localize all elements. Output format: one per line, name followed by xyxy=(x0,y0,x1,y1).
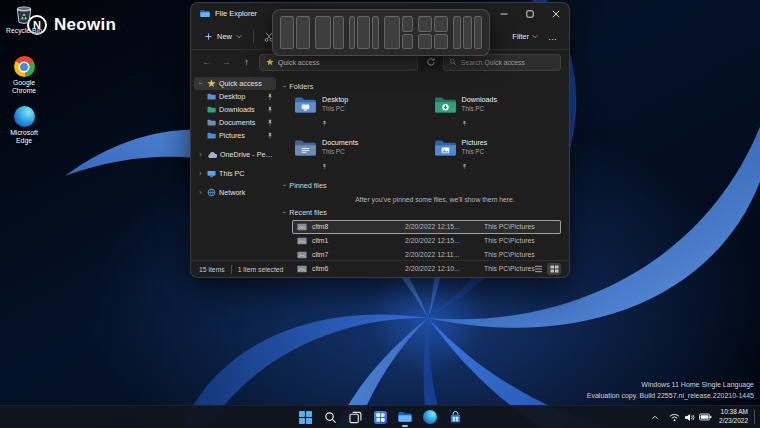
back-button[interactable]: ← xyxy=(199,55,214,70)
pictures-folder-icon xyxy=(207,132,216,139)
snap-zone[interactable] xyxy=(349,16,355,49)
sidebar-item-this-pc[interactable]: › This PC xyxy=(194,167,276,180)
address-breadcrumb[interactable]: Quick access xyxy=(259,54,418,71)
snap-layout-left-plus-stack[interactable] xyxy=(384,16,414,49)
snap-zone[interactable] xyxy=(296,16,310,49)
snap-zone[interactable] xyxy=(384,16,401,49)
edge-icon xyxy=(423,410,437,424)
snap-zone[interactable] xyxy=(463,16,472,49)
widgets-button[interactable] xyxy=(370,407,390,427)
maximize-button[interactable] xyxy=(517,3,543,24)
pin-icon xyxy=(322,163,327,170)
folder-tile-downloads[interactable]: Downloads This PC xyxy=(432,94,562,133)
snap-layout-three-equal[interactable] xyxy=(453,16,483,49)
chevron-down-icon xyxy=(236,34,242,39)
filter-button[interactable]: Filter xyxy=(512,32,538,41)
pictures-folder-icon xyxy=(434,139,457,157)
snap-zone[interactable] xyxy=(402,34,413,50)
pin-icon xyxy=(322,120,327,127)
details-view-button[interactable] xyxy=(531,263,545,275)
file-row-cltm1[interactable]: cltm1 2/20/2022 12:15... This PC\Picture… xyxy=(292,234,561,248)
star-icon xyxy=(207,79,216,88)
search-icon xyxy=(324,411,337,424)
edge-taskbar-button[interactable] xyxy=(420,407,440,427)
chevron-down-icon xyxy=(532,34,538,39)
snap-zone[interactable] xyxy=(280,16,294,49)
minimize-button[interactable] xyxy=(491,3,517,24)
see-more-button[interactable]: … xyxy=(544,32,561,42)
forward-button[interactable]: → xyxy=(219,55,234,70)
snap-zone[interactable] xyxy=(474,16,483,49)
desktop-icon-recycle-bin[interactable]: Recycle Bin xyxy=(2,3,46,35)
breadcrumb-location: Quick access xyxy=(278,59,320,66)
wifi-icon xyxy=(669,413,680,422)
folder-tile-documents[interactable]: Documents This PC xyxy=(292,137,422,176)
snap-zone[interactable] xyxy=(434,34,448,50)
snap-layout-two-equal[interactable] xyxy=(280,16,310,49)
snap-zone[interactable] xyxy=(372,16,378,49)
sidebar-item-quick-access[interactable]: › Quick access xyxy=(194,77,276,90)
chrome-icon xyxy=(14,56,35,77)
start-button[interactable] xyxy=(295,407,315,427)
pinned-files-section-header[interactable]: › Pinned files xyxy=(283,180,561,192)
tray-overflow-button[interactable] xyxy=(648,413,662,422)
folders-grid: Desktop This PC Downloads xyxy=(292,94,561,176)
snap-zone[interactable] xyxy=(402,16,413,32)
sidebar-item-documents[interactable]: Documents xyxy=(194,116,276,129)
clock[interactable]: 10:38 AM 2/23/2022 xyxy=(719,408,748,426)
status-bar: 15 items 1 item selected xyxy=(191,260,569,277)
sidebar-item-onedrive[interactable]: › OneDrive - Personal xyxy=(194,148,276,161)
refresh-button[interactable] xyxy=(423,55,438,70)
snap-zone[interactable] xyxy=(357,16,370,49)
task-view-button[interactable] xyxy=(345,407,365,427)
snap-layout-two-unequal[interactable] xyxy=(315,16,345,49)
store-taskbar-button[interactable] xyxy=(445,407,465,427)
divider xyxy=(231,265,232,274)
active-app-indicator xyxy=(402,425,408,427)
close-button[interactable] xyxy=(543,3,569,24)
sidebar-item-desktop[interactable]: Desktop xyxy=(194,90,276,103)
sidebar-item-pictures[interactable]: Pictures xyxy=(194,129,276,142)
documents-folder-icon xyxy=(294,139,317,157)
sidebar-item-network[interactable]: › Network xyxy=(194,186,276,199)
snap-zone[interactable] xyxy=(434,16,448,32)
content-pane: › Folders Desktop This PC xyxy=(279,74,569,260)
refresh-icon xyxy=(426,57,436,67)
snap-layout-three-center[interactable] xyxy=(349,16,379,49)
task-view-icon xyxy=(349,411,362,424)
desktop-icon-label: Recycle Bin xyxy=(6,27,42,35)
large-icons-view-button[interactable] xyxy=(547,263,561,275)
pin-icon xyxy=(462,163,467,170)
desktop-icon-google-chrome[interactable]: Google Chrome xyxy=(2,56,46,95)
folders-section-header[interactable]: › Folders xyxy=(283,80,561,92)
search-button[interactable] xyxy=(320,407,340,427)
this-pc-monitor-icon xyxy=(207,170,216,178)
desktop-icon-microsoft-edge[interactable]: Microsoft Edge xyxy=(2,106,46,145)
tray-status-icons[interactable] xyxy=(666,411,715,424)
recent-files-section-header[interactable]: › Recent files xyxy=(283,207,561,219)
image-file-icon xyxy=(297,223,307,231)
show-desktop-button[interactable] xyxy=(754,410,758,424)
recycle-bin-icon xyxy=(13,3,35,25)
snap-zone[interactable] xyxy=(453,16,462,49)
up-button[interactable]: ↑ xyxy=(239,55,254,70)
sidebar-item-downloads[interactable]: Downloads xyxy=(194,103,276,116)
desktop-folder-icon xyxy=(207,93,216,100)
onedrive-cloud-icon xyxy=(207,151,217,159)
new-button[interactable]: New xyxy=(199,29,247,44)
snap-zone[interactable] xyxy=(418,16,432,32)
snap-zone[interactable] xyxy=(418,34,432,50)
file-explorer-icon xyxy=(398,411,412,423)
desktop-icon-label: Microsoft Edge xyxy=(2,129,46,145)
snap-zone[interactable] xyxy=(315,16,332,49)
pinned-files-empty-message: After you've pinned some files, we'll sh… xyxy=(309,196,561,203)
folder-tile-desktop[interactable]: Desktop This PC xyxy=(292,94,422,133)
tray-time: 10:38 AM xyxy=(719,408,748,417)
file-row-cltm8[interactable]: cltm8 2/20/2022 12:15... This PC\Picture… xyxy=(292,220,561,234)
snap-zone[interactable] xyxy=(333,16,344,49)
minimize-icon xyxy=(500,10,508,18)
file-explorer-taskbar-button[interactable] xyxy=(395,407,415,427)
snap-layout-quad[interactable] xyxy=(418,16,448,49)
search-input[interactable] xyxy=(461,59,555,66)
folder-tile-pictures[interactable]: Pictures This PC xyxy=(432,137,562,176)
